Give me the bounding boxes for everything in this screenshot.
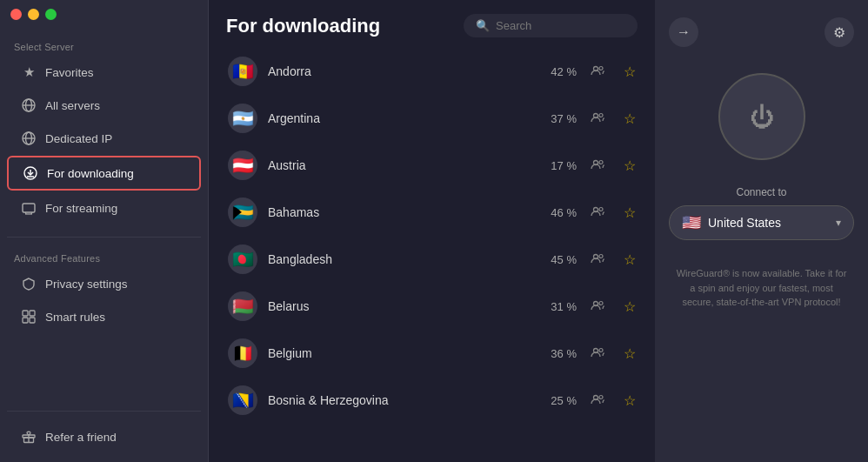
- favorite-star-icon[interactable]: ☆: [624, 204, 636, 221]
- server-row[interactable]: 🇧🇾 Belarus 31 % ☆: [217, 283, 646, 330]
- server-name: Austria: [268, 158, 540, 172]
- users-icon: [591, 112, 604, 125]
- flag-circle: 🇦🇩: [228, 57, 257, 86]
- server-row[interactable]: 🇧🇪 Belgium 36 % ☆: [217, 330, 646, 377]
- flag-circle: 🇧🇪: [228, 338, 257, 368]
- users-icon: [591, 394, 604, 407]
- server-load: 17 %: [551, 159, 577, 172]
- gear-icon: ⚙: [833, 24, 845, 41]
- server-load: 31 %: [551, 300, 577, 313]
- svg-rect-14: [30, 311, 35, 316]
- page-title: For downloading: [226, 15, 380, 37]
- country-name: United States: [708, 216, 829, 230]
- sidebar-item-for-streaming[interactable]: For streaming: [7, 192, 201, 224]
- power-button-container: ⏻: [718, 73, 805, 186]
- sidebar-divider: [7, 237, 201, 238]
- svg-point-31: [599, 301, 603, 305]
- sidebar-item-refer-friend[interactable]: Refer a friend: [7, 421, 201, 452]
- flag-circle: 🇧🇩: [228, 244, 257, 274]
- sidebar-item-label: Privacy settings: [45, 278, 128, 291]
- flag-circle: 🇦🇹: [228, 151, 257, 180]
- smart-rules-icon: [21, 309, 37, 325]
- sidebar-item-label: Refer a friend: [45, 431, 117, 444]
- search-bar[interactable]: 🔍: [464, 14, 638, 37]
- server-row[interactable]: 🇦🇹 Austria 17 % ☆: [217, 142, 646, 189]
- server-load: 46 %: [551, 206, 577, 219]
- svg-point-35: [599, 395, 603, 398]
- sidebar-item-all-servers[interactable]: All servers: [7, 90, 201, 121]
- connect-to-label: Connect to: [736, 186, 786, 198]
- sidebar-item-label: All servers: [45, 99, 100, 112]
- sidebar-item-privacy-settings[interactable]: Privacy settings: [7, 268, 201, 299]
- svg-point-25: [599, 160, 603, 164]
- server-load: 45 %: [551, 253, 577, 266]
- maximize-button[interactable]: [45, 9, 57, 20]
- users-icon: [591, 347, 604, 360]
- server-name: Argentina: [268, 111, 540, 125]
- arrow-icon: →: [677, 24, 691, 40]
- close-button[interactable]: [10, 9, 22, 20]
- sidebar-item-smart-rules[interactable]: Smart rules: [7, 301, 201, 332]
- nav-button[interactable]: →: [669, 17, 698, 47]
- favorite-star-icon[interactable]: ☆: [624, 392, 636, 409]
- advanced-features-label: Advanced Features: [0, 246, 208, 267]
- flag-circle: 🇦🇷: [228, 104, 257, 133]
- search-input[interactable]: [496, 19, 625, 32]
- sidebar-item-favorites[interactable]: ★ Favorites: [7, 57, 201, 88]
- users-icon: [591, 253, 604, 266]
- server-name: Bangladesh: [268, 252, 540, 266]
- svg-rect-15: [23, 318, 28, 323]
- sidebar-item-label: For streaming: [45, 202, 117, 215]
- server-row[interactable]: 🇦🇷 Argentina 37 % ☆: [217, 95, 646, 142]
- gift-icon: [21, 429, 37, 445]
- favorite-star-icon[interactable]: ☆: [624, 251, 636, 268]
- users-icon: [591, 65, 604, 78]
- right-panel-top: → ⚙: [669, 17, 854, 47]
- server-row[interactable]: 🇧🇸 Bahamas 46 % ☆: [217, 189, 646, 236]
- svg-rect-9: [23, 204, 35, 212]
- server-row[interactable]: 🇧🇩 Bangladesh 45 % ☆: [217, 236, 646, 283]
- settings-button[interactable]: ⚙: [825, 17, 854, 47]
- flag-circle: 🇧🇦: [228, 385, 257, 415]
- svg-point-21: [599, 66, 603, 70]
- users-icon: [591, 206, 604, 219]
- server-load: 42 %: [551, 65, 577, 78]
- server-name: Bosnia & Herzegovina: [268, 393, 540, 407]
- flag-circle: 🇧🇾: [228, 291, 257, 321]
- svg-point-33: [599, 348, 603, 352]
- main-header: For downloading 🔍: [209, 0, 655, 48]
- title-bar: [10, 9, 57, 20]
- country-selector[interactable]: 🇺🇸 United States ▾: [669, 205, 854, 240]
- sidebar-bottom: Refer a friend: [0, 407, 208, 462]
- svg-rect-13: [23, 311, 28, 316]
- main-content: For downloading 🔍 🇦🇩 Andorra 42 % ☆ 🇦🇷 A: [209, 0, 655, 462]
- svg-point-27: [599, 207, 603, 211]
- sidebar: Select Server ★ Favorites All servers De…: [0, 0, 209, 462]
- server-row[interactable]: 🇦🇩 Andorra 42 % ☆: [217, 48, 646, 95]
- sidebar-bottom-divider: [7, 411, 201, 412]
- minimize-button[interactable]: [28, 9, 39, 20]
- favorite-star-icon[interactable]: ☆: [624, 298, 636, 315]
- server-list: 🇦🇩 Andorra 42 % ☆ 🇦🇷 Argentina 37 %: [209, 48, 655, 462]
- sidebar-item-for-downloading[interactable]: For downloading: [7, 156, 201, 191]
- sidebar-item-label: Smart rules: [45, 311, 105, 324]
- svg-rect-16: [30, 318, 35, 323]
- download-icon: [23, 165, 38, 181]
- sidebar-item-label: Favorites: [45, 66, 94, 79]
- server-row[interactable]: 🇧🇦 Bosnia & Herzegovina 25 % ☆: [217, 377, 646, 424]
- streaming-icon: [21, 200, 37, 216]
- users-icon: [591, 300, 604, 313]
- star-icon: ★: [21, 64, 37, 80]
- svg-point-29: [599, 254, 603, 258]
- chevron-down-icon: ▾: [836, 217, 841, 229]
- power-button[interactable]: ⏻: [718, 73, 805, 160]
- globe-icon: [21, 97, 37, 113]
- favorite-star-icon[interactable]: ☆: [624, 157, 636, 174]
- sidebar-item-dedicated-ip[interactable]: Dedicated IP: [7, 123, 201, 154]
- server-load: 37 %: [551, 112, 577, 125]
- favorite-star-icon[interactable]: ☆: [624, 110, 636, 127]
- flag-circle: 🇧🇸: [228, 198, 257, 227]
- favorite-star-icon[interactable]: ☆: [624, 64, 636, 80]
- server-name: Belgium: [268, 346, 540, 360]
- favorite-star-icon[interactable]: ☆: [624, 345, 636, 362]
